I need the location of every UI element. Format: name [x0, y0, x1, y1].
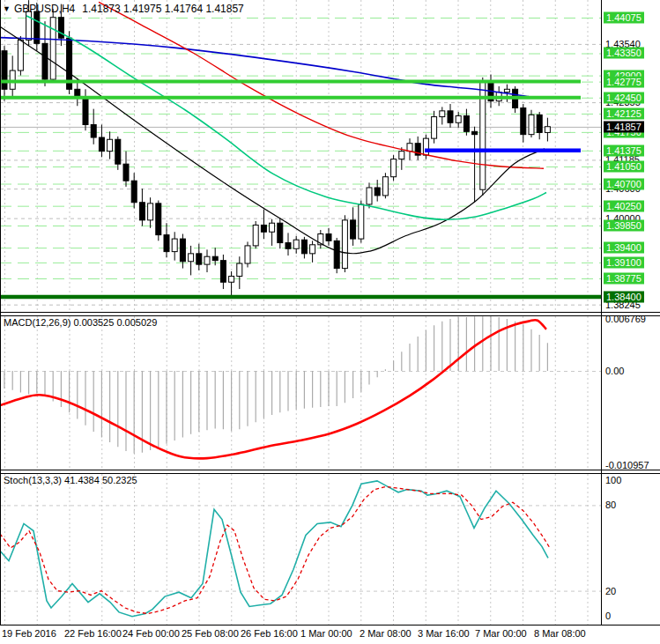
- level-price-label: 1.38775: [604, 273, 644, 285]
- time-axis-label: 7 Mar 00:00: [475, 628, 527, 639]
- time-axis-label: 22 Feb 16:00: [64, 628, 122, 639]
- candle-bear: [220, 261, 226, 283]
- candle-bear: [212, 256, 218, 260]
- level-price-label: 1.42125: [604, 107, 644, 119]
- candle-bear: [83, 98, 88, 124]
- symbol-dropdown-icon[interactable]: ▼: [3, 4, 11, 13]
- macd-scale-label: 0.006769: [605, 314, 646, 325]
- candle-bear: [115, 139, 121, 164]
- time-axis-label: 26 Feb 16:00: [241, 628, 298, 639]
- candle-bear: [278, 223, 283, 242]
- candle-bull: [504, 89, 509, 92]
- candle-bear: [139, 203, 145, 220]
- time-axis-label: 19 Feb 2016: [2, 628, 56, 639]
- time-axis-label: 25 Feb 08:00: [182, 628, 239, 639]
- candle-bull: [399, 152, 404, 159]
- candle-bull: [253, 225, 258, 245]
- stoch-main-line: [0, 481, 548, 617]
- candle-bull: [367, 188, 372, 204]
- candle-bull: [50, 18, 56, 79]
- candle-bear: [374, 188, 380, 196]
- candle-bull: [189, 254, 194, 262]
- candle-bear: [180, 239, 185, 262]
- level-price-label: 1.39100: [604, 256, 644, 268]
- macd-indicator-label: MACD(12,26,9) 0.003525 0.005029: [4, 317, 157, 328]
- candle-bull: [529, 115, 534, 134]
- candle-bear: [286, 243, 291, 249]
- time-axis-label: 24 Feb 00:00: [122, 628, 180, 639]
- candle-bear: [334, 241, 339, 268]
- macd-signal-line: [0, 320, 546, 458]
- candle-bear: [521, 108, 526, 135]
- mt4-chart-window: ▼GBPUSD,H41.41873 1.41975 1.41764 1.4185…: [0, 0, 660, 644]
- stoch-scale-label: 20: [605, 586, 616, 597]
- candle-bull: [204, 256, 210, 264]
- candle-bull: [342, 220, 347, 269]
- candle-bull: [440, 111, 445, 117]
- candle-bull: [18, 40, 23, 70]
- candle-bull: [432, 117, 437, 139]
- macd-histogram: [4, 316, 547, 453]
- symbol-title: GBPUSD,H4: [14, 3, 75, 15]
- ohlc-values: 1.41873 1.41975 1.41764 1.41857: [82, 3, 244, 15]
- time-axis-label: 3 Mar 16:00: [418, 628, 470, 639]
- candle-bear: [463, 115, 469, 131]
- level-price-label: 1.41050: [604, 160, 644, 172]
- candle-bull: [359, 204, 364, 239]
- candle-bull: [407, 144, 412, 152]
- level-price-label: 1.39400: [604, 242, 644, 254]
- support-price-label: 1.38400: [604, 292, 644, 303]
- level-price-label: 1.40700: [604, 178, 644, 189]
- candle-bear: [448, 111, 453, 122]
- time-axis-label: 8 Mar 08:00: [534, 628, 586, 639]
- level-price-label: 1.40250: [604, 200, 644, 211]
- candle-bear: [261, 225, 266, 232]
- candle-bull: [456, 115, 461, 122]
- level-price-label: 1.42775: [604, 76, 644, 87]
- candle-bear: [156, 204, 161, 235]
- macd-scale-label: 0.00: [605, 366, 624, 377]
- stoch-scale-label: 0: [605, 611, 611, 622]
- time-axis-label: 1 Mar 00:00: [300, 628, 352, 639]
- candle-bear: [351, 220, 356, 239]
- time-axis-label: 2 Mar 08:00: [360, 628, 412, 639]
- candle-bear: [164, 235, 169, 252]
- level-price-label: 1.43350: [604, 48, 644, 59]
- candle-bear: [301, 240, 307, 254]
- candle-bear: [123, 164, 129, 181]
- level-price-label: 1.41375: [604, 144, 644, 156]
- candle-bear: [42, 43, 48, 79]
- candle-bear: [131, 181, 137, 203]
- stoch-scale-label: 80: [605, 500, 616, 511]
- level-price-label: 1.44075: [604, 12, 644, 24]
- candle-bull: [172, 239, 177, 252]
- candle-bull: [229, 277, 234, 283]
- candle-bull: [148, 204, 153, 220]
- candle-bear: [537, 115, 542, 132]
- level-price-label: 1.42450: [604, 92, 644, 103]
- candle-bull: [382, 177, 388, 196]
- ma-red: [99, 2, 544, 168]
- candle-bull: [108, 139, 113, 151]
- macd-scale-label: -0.010957: [605, 460, 649, 471]
- candle-bull: [245, 246, 250, 263]
- current-price-label: 1.41857: [604, 121, 644, 132]
- level-price-label: 1.39850: [604, 220, 644, 232]
- candle-bear: [2, 51, 7, 90]
- candle-bear: [472, 131, 478, 134]
- candle-bear: [91, 124, 96, 137]
- candle-bull: [237, 263, 242, 277]
- candle-bear: [197, 254, 202, 264]
- candle-bull: [545, 127, 550, 133]
- stoch-scale-label: 100: [605, 475, 621, 486]
- stoch-indicator-label: Stoch(13,3,3) 41.4384 50.2325: [4, 475, 137, 485]
- candle-bear: [99, 137, 104, 152]
- candle-bear: [326, 234, 331, 241]
- candle-bull: [310, 245, 315, 254]
- chart-header: ▼GBPUSD,H41.41873 1.41975 1.41764 1.4185…: [3, 3, 244, 15]
- candle-bull: [423, 138, 428, 155]
- candle-bull: [270, 223, 275, 232]
- candle-bull: [391, 159, 397, 177]
- candle-bull: [293, 240, 299, 248]
